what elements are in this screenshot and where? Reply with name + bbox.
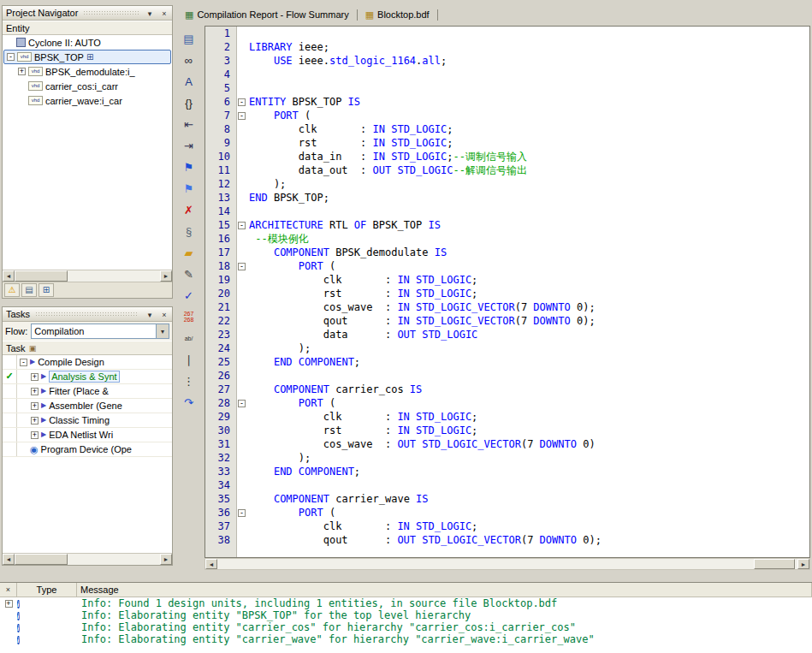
warning-tab-icon[interactable]: ⚠ (4, 283, 20, 297)
editor-horizontal-scrollbar[interactable]: ◄ ► (204, 558, 810, 570)
chevron-down-icon[interactable]: ▾ (156, 324, 169, 338)
fold-column (236, 136, 249, 150)
dotted-guide-icon[interactable]: ⋮ (178, 371, 199, 390)
tree-item[interactable]: -vhdBPSK_TOP⊞ (3, 50, 171, 64)
message-row[interactable]: iInfo: Elaborating entity "carrier_wave"… (0, 633, 812, 645)
code-text: rst : IN STD_LOGIC; (249, 287, 477, 300)
type-header-label: Type (37, 585, 57, 595)
task-row[interactable]: +▶EDA Netlist Wri (3, 428, 172, 442)
scrollbar-thumb[interactable] (15, 554, 68, 565)
design-units-tab-icon[interactable]: ⊞ (39, 283, 54, 297)
scrollbar-track[interactable] (217, 559, 797, 569)
bookmark-icon[interactable]: ⚑ (178, 157, 199, 176)
task-row[interactable]: ✓+▶Analysis & Synt (3, 370, 172, 384)
flow-select[interactable]: Compilation ▾ (31, 324, 169, 339)
code-line: 16 --模块例化 (205, 232, 809, 246)
scroll-left-button[interactable]: ◄ (205, 559, 217, 569)
check-syntax-icon[interactable]: ✓ (178, 286, 199, 305)
task-expander[interactable]: - (20, 359, 27, 366)
message-expander[interactable]: + (5, 600, 13, 608)
scrollbar-track[interactable] (15, 270, 160, 282)
scroll-right-button[interactable]: ► (160, 554, 172, 565)
braces-icon[interactable]: {} (178, 93, 199, 112)
plain-token: ; (447, 123, 453, 135)
attachment-icon[interactable]: § (178, 222, 199, 240)
comment-icon[interactable]: ↷ (178, 393, 199, 412)
task-label: Program Device (Ope (41, 444, 132, 454)
column-marker-icon[interactable]: ∣ (178, 350, 199, 369)
tree-item[interactable]: Cyclone II: AUTO (3, 35, 171, 50)
tree-expander[interactable]: - (7, 53, 15, 61)
message-row[interactable]: iInfo: Elaborating entity "BPSK_TOP" for… (0, 609, 812, 621)
tasks-horizontal-scrollbar[interactable]: ◄ ► (3, 553, 172, 565)
find-replace-icon[interactable]: A (178, 72, 199, 91)
fold-marker[interactable]: - (238, 263, 246, 270)
fold-marker[interactable]: - (238, 112, 246, 120)
next-bookmark-icon[interactable]: ⚑ (178, 179, 199, 198)
fold-marker[interactable]: - (238, 222, 246, 229)
scrollbar-track[interactable] (15, 554, 160, 565)
close-icon[interactable]: × (3, 585, 13, 595)
keyword-token: OUT (397, 438, 416, 450)
project-navigator-panel: Project Navigator ▾ × Entity Cyclone II:… (2, 5, 173, 299)
panel-menu-button[interactable]: ▾ (144, 8, 156, 19)
plain-token: 0); (571, 301, 596, 313)
panel-close-button[interactable]: × (158, 8, 170, 19)
edit-checklist-icon[interactable]: ✎ (178, 264, 199, 283)
fold-marker[interactable]: - (238, 400, 246, 407)
line-count-icon[interactable]: 267 268 (178, 307, 199, 326)
panel-menu-button[interactable]: ▾ (144, 309, 156, 320)
type-column-header[interactable]: Type (17, 583, 77, 597)
scroll-left-button[interactable]: ◄ (3, 554, 15, 565)
message-column-header[interactable]: Message (77, 583, 812, 597)
tree-expander[interactable]: + (18, 68, 26, 75)
fold-marker[interactable]: - (238, 509, 246, 517)
fold-column (236, 533, 249, 547)
pn-horizontal-scrollbar[interactable]: ◄ ► (3, 270, 172, 282)
clear-bookmarks-icon[interactable]: ✗ (178, 200, 199, 219)
fold-marker[interactable]: - (238, 98, 246, 106)
find-icon[interactable]: ∞ (178, 50, 199, 69)
task-expander[interactable]: + (31, 431, 39, 439)
task-row[interactable]: ◉Program Device (Ope (3, 442, 172, 457)
task-expander[interactable]: + (31, 388, 39, 395)
files-tab-icon[interactable]: ▤ (21, 283, 37, 297)
tab-compilation-report[interactable]: ▦Compilation Report - Flow Summary (185, 9, 349, 20)
task-row[interactable]: +▶Fitter (Place & (3, 384, 172, 399)
scrollbar-thumb[interactable] (15, 270, 68, 282)
message-text: Info: Found 1 design units, including 1 … (77, 597, 812, 609)
panel-close-button[interactable]: × (158, 309, 170, 320)
bookmark-tab-icon[interactable]: ▰ (178, 243, 199, 262)
code-text: USE ieee.std_logic_1164.all; (249, 54, 447, 68)
project-navigator-title-bar[interactable]: Project Navigator ▾ × (3, 6, 172, 21)
task-row[interactable]: +▶Classic Timing (3, 413, 172, 428)
dock-grip[interactable] (83, 10, 139, 15)
entity-column-header[interactable]: Entity (3, 21, 172, 35)
tree-item[interactable]: +vhdBPSK_demodulate:i_ (3, 64, 171, 79)
scroll-right-button[interactable]: ► (797, 559, 809, 569)
task-expander[interactable]: + (31, 373, 39, 381)
task-column-header[interactable]: Task ▣ (3, 341, 172, 355)
code-editor[interactable]: 12LIBRARY ieee;3 USE ieee.std_logic_1164… (204, 26, 810, 558)
task-play-icon: ▶ (41, 417, 46, 424)
scroll-left-button[interactable]: ◄ (3, 270, 15, 282)
indent-icon[interactable]: ⇥ (178, 136, 199, 155)
tasks-title-bar[interactable]: Tasks ▾ × (3, 307, 172, 322)
scrollbar-thumb[interactable] (754, 559, 795, 569)
show-whitespace-icon[interactable]: ab/ (178, 329, 199, 347)
task-expander[interactable]: + (31, 417, 39, 424)
tree-item[interactable]: vhdcarrier_wave:i_car (3, 93, 171, 108)
scroll-right-button[interactable]: ► (160, 270, 172, 282)
code-line: 7- PORT ( (205, 109, 809, 122)
outdent-icon[interactable]: ⇤ (178, 115, 199, 134)
report-window-icon[interactable]: ▤ (178, 29, 199, 48)
task-row[interactable]: -▶Compile Design (3, 355, 172, 370)
task-expander[interactable]: + (31, 402, 39, 410)
message-row[interactable]: +iInfo: Found 1 design units, including … (0, 597, 812, 609)
task-row[interactable]: +▶Assembler (Gene (3, 399, 172, 413)
tab-blocktop-bdf[interactable]: ▦Blocktop.bdf (365, 9, 430, 20)
keyword-token: STD_LOGIC (416, 520, 471, 532)
message-row[interactable]: iInfo: Elaborating entity "carrier_cos" … (0, 621, 812, 633)
dock-grip[interactable] (35, 312, 139, 317)
tree-item[interactable]: vhdcarrier_cos:i_carr (3, 79, 171, 93)
